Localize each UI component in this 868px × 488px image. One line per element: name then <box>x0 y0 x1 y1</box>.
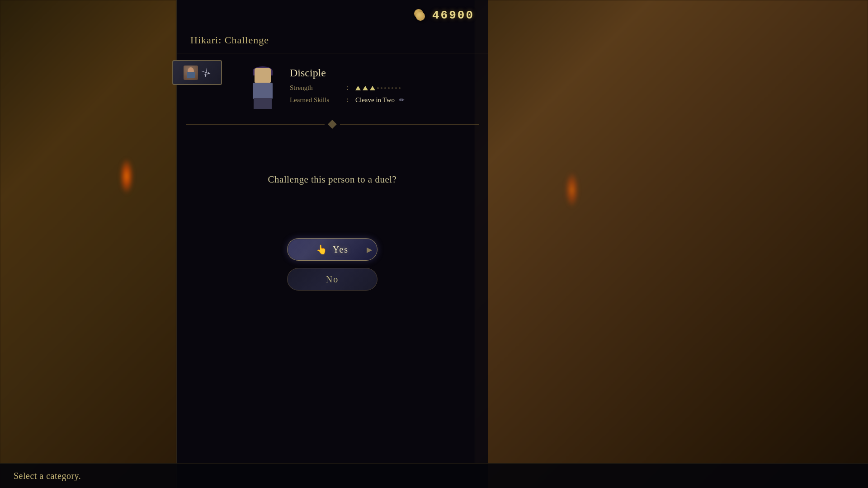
sprite-legs <box>254 98 272 109</box>
sprite-torso <box>253 83 273 99</box>
skills-row: Learned Skills ： Cleave in Two ✏ <box>290 96 474 104</box>
skill-name: Cleave in Two <box>355 96 395 104</box>
divider-diamond <box>328 120 337 129</box>
character-name: Disciple <box>290 67 474 79</box>
section-divider <box>177 121 488 127</box>
buttons-area: 👆 Yes ▶ No <box>177 229 488 300</box>
divider-line-left <box>186 124 325 125</box>
arrow-1 <box>355 86 361 90</box>
arrow-2 <box>363 86 368 90</box>
sep-2 <box>381 87 382 89</box>
currency-amount: 46900 <box>432 9 474 22</box>
character-info: Disciple Strength ： Learn <box>290 65 474 108</box>
panel-title: Hikari: Challenge <box>190 34 474 46</box>
panel-header: Hikari: Challenge <box>177 31 488 53</box>
background-left <box>0 0 176 488</box>
strength-row: Strength ： <box>290 84 474 92</box>
torch-glow-right <box>565 172 579 208</box>
sword-icon: ⚔ <box>199 65 213 80</box>
pointer-icon: 👆 <box>316 244 327 255</box>
sep-4 <box>388 87 390 89</box>
strength-colon: ： <box>344 84 351 92</box>
no-button[interactable]: No <box>287 268 377 291</box>
skills-colon: ： <box>344 96 351 104</box>
edit-icon[interactable]: ✏ <box>399 96 405 104</box>
character-sprite <box>245 65 281 110</box>
arrow-3 <box>370 86 375 90</box>
bottom-bar: Select a category. <box>0 463 868 488</box>
divider-line-right <box>340 124 479 125</box>
avatar-portrait <box>184 66 198 80</box>
skills-label: Learned Skills <box>290 96 340 104</box>
yes-arrow-right: ▶ <box>367 245 372 254</box>
status-text: Select a category. <box>14 471 81 481</box>
torch-glow-left <box>120 158 133 194</box>
sep-7 <box>399 87 401 89</box>
challenge-question: Challenge this person to a duel? <box>268 174 397 185</box>
sep-3 <box>384 87 386 89</box>
sprite-head <box>255 68 271 83</box>
yes-button[interactable]: 👆 Yes ▶ <box>287 238 377 261</box>
top-bar: 46900 <box>177 0 488 31</box>
avatar-tab[interactable]: ⚔ <box>172 60 222 85</box>
no-label: No <box>326 274 339 285</box>
sep-6 <box>395 87 397 89</box>
sep-5 <box>392 87 393 89</box>
yes-label: Yes <box>333 244 349 255</box>
challenge-area: Challenge this person to a duel? <box>177 130 488 220</box>
background-right <box>475 0 868 488</box>
strength-label: Strength <box>290 84 340 92</box>
main-panel: 46900 Hikari: Challenge ⚔ Disciple Stren… <box>176 0 488 488</box>
sep-1 <box>377 87 379 89</box>
character-section: ⚔ Disciple Strength ： <box>177 53 488 119</box>
strength-arrows <box>355 86 401 90</box>
coin-icon <box>412 8 427 23</box>
